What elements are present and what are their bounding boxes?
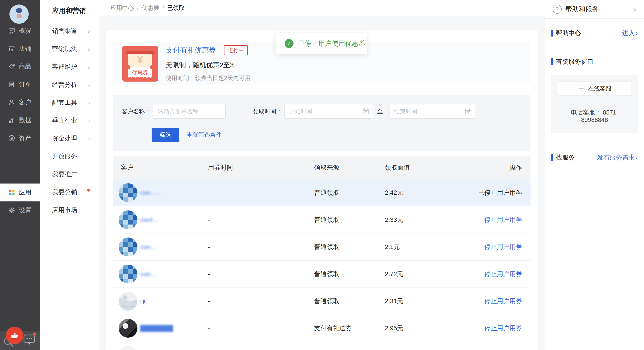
submenu-item[interactable]: 我要分销: [40, 183, 99, 201]
sidebar-item-label: 应用: [19, 188, 32, 197]
chevron-right-icon: ›: [88, 45, 90, 53]
section-bar: [552, 58, 553, 65]
submenu-item[interactable]: 营销玩法 ›: [40, 40, 99, 58]
face-value-cell: [378, 342, 468, 350]
sidebar-item-icon: [8, 63, 15, 70]
sidebar-item-orders[interactable]: 订单: [0, 75, 40, 93]
face-value-cell: 2.33元: [378, 206, 468, 233]
sidebar-item-customers[interactable]: 客户: [0, 93, 40, 111]
breadcrumb-app-center[interactable]: 应用中心: [110, 4, 134, 12]
calendar-icon: [362, 108, 370, 115]
table-body: cian….. - 普通领取 2.42元 已停止用户用券 cianf… - 普通…: [113, 179, 530, 350]
sidebar-item-label: 概况: [19, 26, 32, 35]
sidebar-item-icon: [8, 99, 15, 106]
chevron-right-icon: ›: [88, 117, 90, 124]
sidebar-item-goods[interactable]: 商品: [0, 58, 40, 75]
sidebar-item-assets[interactable]: 资产: [0, 129, 40, 147]
feedback-thumbs-up-button[interactable]: [6, 327, 23, 344]
customer-name-link[interactable]: cianf…: [140, 216, 158, 223]
filter-submit-button[interactable]: 筛选: [152, 128, 180, 142]
submenu-title: 应用和营销: [40, 0, 99, 22]
use-time-cell: -: [186, 261, 308, 288]
face-value-cell: 2.31元: [378, 288, 468, 315]
sidebar-item-store[interactable]: 店铺: [0, 40, 40, 58]
coupon-icon-label: 优惠券: [128, 67, 152, 78]
submenu-item[interactable]: 应用市场: [40, 201, 99, 219]
phone-service-text: 电话客服： 0571-89988848: [558, 108, 631, 123]
customer-name-input[interactable]: [153, 104, 226, 118]
sidebar-item-overview[interactable]: 概况: [0, 22, 40, 40]
chevron-right-icon: ›: [88, 27, 90, 35]
reset-filter-link[interactable]: 重置筛选条件: [186, 131, 222, 139]
secondary-sidebar: 应用和营销 销售渠道 › 营销玩法 › 客群维护 › 经营分析 › 配套工具 ›…: [40, 0, 99, 350]
stop-coupon-action[interactable]: 停止用户用券: [484, 216, 522, 224]
divider: [552, 143, 638, 143]
stop-coupon-action[interactable]: 停止用户用券: [484, 297, 522, 306]
submenu-item[interactable]: 客群维护 ›: [40, 58, 99, 76]
submenu-item[interactable]: 我要推广: [40, 165, 99, 183]
store-avatar[interactable]: [10, 4, 29, 24]
primary-nav: 概况 店铺 商品 订单 客户 数据 资产 应用 设置: [0, 22, 40, 219]
submenu-item-label: 应用市场: [52, 206, 90, 214]
chevron-right-icon: ›: [88, 63, 90, 71]
submenu-item[interactable]: 销售渠道 ›: [40, 22, 99, 40]
submenu-item-label: 经营分析: [52, 80, 88, 89]
table-row: ████████ - 支付有礼送券 2.95元 停止用户用券: [113, 315, 530, 342]
sidebar-item-label: 设置: [19, 206, 32, 215]
end-time-input[interactable]: [389, 104, 476, 118]
help-center-enter-link[interactable]: 进入›: [622, 29, 638, 37]
use-time-cell: -: [186, 234, 308, 260]
sidebar-footer: [0, 331, 40, 350]
customer-name-link[interactable]: ijjij: [140, 298, 147, 305]
sidebar-item-label: 订单: [19, 80, 32, 89]
coupon-title-link[interactable]: 支付有礼优惠券: [166, 45, 216, 55]
start-time-input[interactable]: [284, 104, 373, 118]
col-customer: 客户: [113, 156, 186, 179]
help-panel: ? 帮助和服务 ›› 帮助中心 进入› 有赞服务窗口 在线客服 电话客服： 05…: [545, 0, 644, 350]
stop-coupon-action[interactable]: 停止用户用券: [484, 270, 522, 278]
claim-source-cell: 普通领取: [308, 206, 378, 233]
sidebar-item-icon: [8, 135, 15, 142]
submenu-item[interactable]: 开放服务: [40, 147, 99, 165]
chevron-right-icon: ›: [88, 135, 90, 142]
face-value-cell: 2.1元: [378, 234, 468, 260]
submenu-item[interactable]: 资金处理 ›: [40, 129, 99, 147]
submenu-item[interactable]: 经营分析 ›: [40, 76, 99, 94]
customer-name-link[interactable]: cian…..: [140, 189, 160, 196]
customer-name-link[interactable]: cian.…: [140, 271, 158, 278]
to-label: 至: [377, 108, 383, 115]
thumbs-up-icon: [10, 331, 19, 340]
customer-name-link[interactable]: cian…: [140, 244, 157, 251]
claim-source-cell: 支付有礼送券: [308, 315, 378, 342]
use-time-cell: -: [186, 179, 308, 206]
submenu-item[interactable]: 配套工具 ›: [40, 94, 99, 112]
sidebar-item-apps[interactable]: 应用: [0, 184, 40, 201]
claimed-coupons-table: 客户 用券时间 领取来源 领取面值 操作 cian….. - 普通领取 2.42…: [113, 156, 530, 350]
customer-avatar: [118, 238, 138, 256]
help-panel-header: ? 帮助和服务 ››: [545, 0, 644, 18]
collapse-panel-icon[interactable]: ››: [633, 5, 636, 14]
submenu-item-label: 开放服务: [52, 152, 90, 161]
online-service-button[interactable]: 在线客服: [558, 81, 631, 95]
sidebar-item-icon: [8, 27, 15, 34]
publish-service-request-link[interactable]: 发布服务需求›: [597, 153, 638, 162]
message-bubble-icon[interactable]: [23, 334, 36, 345]
sidebar-item-data[interactable]: 数据: [0, 111, 40, 129]
col-claim-source: 领取来源: [308, 156, 378, 179]
coupon-usage-time: 使用时间：领券当日起2天内可用: [166, 74, 250, 82]
status-badge: 进行中: [224, 45, 248, 55]
sidebar-item-label: 商品: [19, 62, 32, 71]
stop-coupon-action[interactable]: 停止用户用券: [484, 324, 522, 333]
chat-icon: [578, 85, 585, 92]
sidebar-item-icon: [8, 117, 15, 124]
table-row: cian.… - 普通领取 2.72元 停止用户用券: [113, 261, 530, 288]
sidebar-item-settings[interactable]: 设置: [0, 201, 40, 219]
submenu-item[interactable]: 垂直行业 ›: [40, 112, 99, 129]
breadcrumb-coupon[interactable]: 优惠券: [142, 4, 159, 12]
customer-name-link[interactable]: ████████: [140, 325, 173, 332]
coupon-yen-symbol: ¥: [128, 52, 152, 67]
service-window-title: 有赞服务窗口: [556, 57, 594, 66]
table-row: cian… - 普通领取 2.1元 停止用户用券: [113, 234, 530, 261]
stop-coupon-action[interactable]: 停止用户用券: [484, 243, 522, 251]
submenu-item-label: 销售渠道: [52, 27, 88, 35]
